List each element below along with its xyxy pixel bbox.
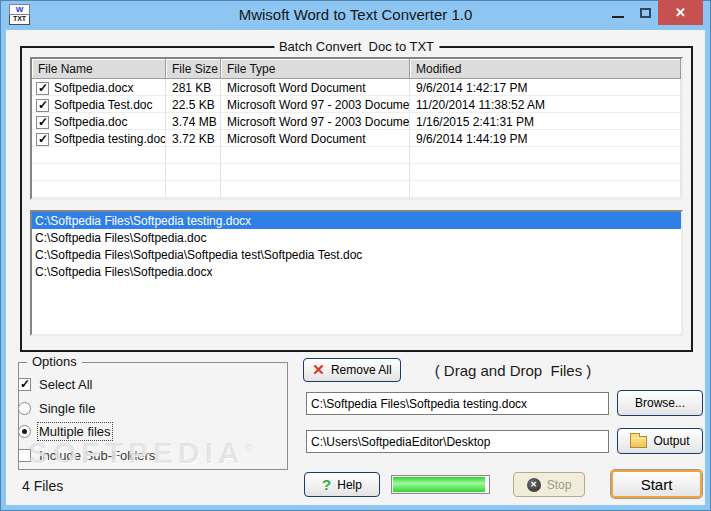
remove-all-button[interactable]: ✕ Remove All: [303, 358, 401, 382]
table-empty-row: [32, 181, 681, 198]
table-row[interactable]: Softpedia testing.docx 3.72 KB Microsoft…: [32, 130, 681, 147]
include-subfolders-label: Include Sub-Folders: [39, 448, 155, 463]
table-empty-row: [32, 164, 681, 181]
multiple-files-label: Multiple files: [39, 424, 111, 439]
row-checkbox[interactable]: [36, 116, 49, 129]
stop-label: Stop: [547, 478, 572, 492]
select-all-option[interactable]: Select All: [18, 376, 92, 392]
start-button[interactable]: Start: [611, 470, 702, 498]
row-checkbox[interactable]: [36, 133, 49, 146]
file-table: File Name File Size File Type Modified S…: [30, 57, 683, 200]
titlebar[interactable]: W TXT Mwisoft Word to Text Converter 1.0…: [0, 0, 711, 30]
remove-all-label: Remove All: [331, 363, 392, 377]
table-row[interactable]: Softpedia Test.doc 22.5 KB Microsoft Wor…: [32, 96, 681, 113]
file-modified: 11/20/2014 11:38:52 AM: [410, 96, 681, 113]
list-item[interactable]: C:\Softpedia Files\Softpedia.doc: [32, 229, 681, 246]
single-file-radio[interactable]: [18, 402, 31, 415]
column-header-file-type[interactable]: File Type: [221, 59, 410, 79]
column-header-modified[interactable]: Modified: [410, 59, 681, 79]
file-modified: 1/16/2015 2:41:31 PM: [410, 113, 681, 130]
row-checkbox[interactable]: [36, 99, 49, 112]
minimize-button[interactable]: [604, 0, 632, 25]
output-path-input[interactable]: [306, 430, 609, 453]
files-count-status: 4 Files: [22, 478, 63, 494]
file-name: Softpedia.doc: [54, 115, 127, 129]
output-label: Output: [653, 434, 689, 448]
file-type: Microsoft Word Document: [221, 79, 410, 96]
maximize-button[interactable]: [633, 0, 657, 25]
help-label: Help: [337, 478, 362, 492]
column-header-file-name[interactable]: File Name: [32, 59, 166, 79]
file-type: Microsoft Word 97 - 2003 Document: [221, 96, 410, 113]
multiple-files-radio[interactable]: [18, 425, 31, 438]
file-size: 281 KB: [166, 79, 221, 96]
progress-fill: [393, 477, 485, 492]
table-empty-row: [32, 198, 681, 200]
select-all-checkbox[interactable]: [18, 378, 31, 391]
maximize-icon: [640, 8, 651, 18]
table-empty-row: [32, 147, 681, 164]
file-type: Microsoft Word Document: [221, 130, 410, 147]
drag-drop-hint: ( Drag and Drop Files ): [423, 362, 603, 379]
table-header: File Name File Size File Type Modified: [32, 59, 681, 79]
browse-label: Browse...: [635, 396, 685, 410]
stop-button[interactable]: ✕ Stop: [513, 472, 585, 497]
file-modified: 9/6/2014 1:44:19 PM: [410, 130, 681, 147]
list-item[interactable]: C:\Softpedia Files\Softpedia\Softpedia t…: [32, 246, 681, 263]
table-row[interactable]: Softpedia.doc 3.74 MB Microsoft Word 97 …: [32, 113, 681, 130]
multiple-files-option[interactable]: Multiple files: [18, 423, 111, 439]
table-row[interactable]: Softpedia.docx 281 KB Microsoft Word Doc…: [32, 79, 681, 96]
app-window: W TXT Mwisoft Word to Text Converter 1.0…: [0, 0, 711, 511]
include-subfolders-checkbox[interactable]: [18, 449, 31, 462]
options-group-title: Options: [27, 354, 82, 369]
source-path-input[interactable]: [306, 392, 609, 415]
list-item-selected[interactable]: C:\Softpedia Files\Softpedia testing.doc…: [32, 212, 681, 229]
batch-convert-group-title: Batch Convert Doc to TXT: [274, 39, 439, 54]
file-name: Softpedia Test.doc: [54, 98, 153, 112]
start-label: Start: [641, 476, 673, 493]
list-item[interactable]: C:\Softpedia Files\Softpedia.docx: [32, 263, 681, 280]
include-subfolders-option[interactable]: Include Sub-Folders: [18, 447, 155, 463]
file-type: Microsoft Word 97 - 2003 Document: [221, 113, 410, 130]
single-file-option[interactable]: Single file: [18, 400, 95, 416]
remove-x-icon: ✕: [312, 364, 325, 376]
folder-icon: [630, 436, 647, 448]
file-modified: 9/6/2014 1:42:17 PM: [410, 79, 681, 96]
file-name: Softpedia testing.docx: [54, 132, 166, 146]
output-button[interactable]: Output: [617, 428, 703, 454]
close-icon: ✕: [675, 5, 686, 20]
dialog-body: Batch Convert Doc to TXT File Name File …: [6, 30, 705, 505]
progress-bar: [391, 475, 490, 494]
row-checkbox[interactable]: [36, 82, 49, 95]
file-size: 22.5 KB: [166, 96, 221, 113]
minimize-icon: [612, 16, 624, 18]
stop-icon: ✕: [527, 478, 541, 492]
file-size: 3.74 MB: [166, 113, 221, 130]
close-button[interactable]: ✕: [658, 0, 703, 25]
file-size: 3.72 KB: [166, 130, 221, 147]
help-button[interactable]: ? Help: [304, 472, 380, 497]
single-file-label: Single file: [39, 401, 95, 416]
select-all-label: Select All: [39, 377, 92, 392]
help-question-icon: ?: [322, 476, 331, 493]
file-name: Softpedia.docx: [54, 81, 133, 95]
column-header-file-size[interactable]: File Size: [166, 59, 221, 79]
browse-button[interactable]: Browse...: [617, 390, 703, 416]
file-path-listbox[interactable]: C:\Softpedia Files\Softpedia testing.doc…: [30, 210, 683, 336]
